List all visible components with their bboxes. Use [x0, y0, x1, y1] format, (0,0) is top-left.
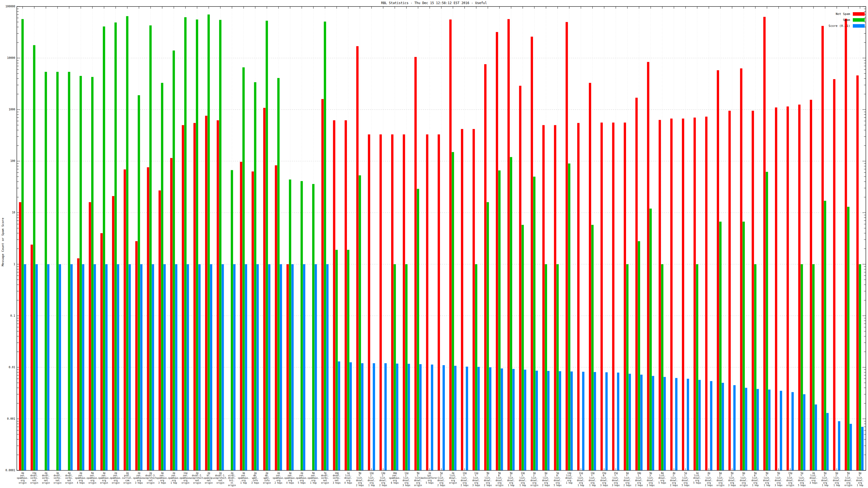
- bar-spam: [289, 180, 291, 470]
- bar-not-spam: [182, 125, 184, 470]
- bar-score-0-1-: [594, 372, 596, 470]
- bar-spam: [696, 264, 699, 470]
- bar-not-spam: [589, 83, 591, 470]
- bar-score-0-1-: [303, 264, 305, 470]
- bar-not-spam: [263, 108, 266, 470]
- bar-not-spam: [484, 64, 487, 470]
- bar-spam: [847, 207, 849, 470]
- bar-spam: [347, 250, 349, 470]
- bar-score-0-1-: [629, 374, 631, 470]
- bar-score-0-1-: [117, 264, 119, 470]
- bar-not-spam: [170, 158, 173, 470]
- bar-spam: [266, 21, 268, 470]
- bar-not-spam: [554, 125, 556, 470]
- bar-spam: [859, 264, 861, 470]
- bar-spam: [812, 264, 815, 470]
- bar-not-spam: [158, 190, 161, 470]
- bar-not-spam: [193, 123, 196, 470]
- bar-score-0-1-: [477, 367, 480, 470]
- bar-score-0-1-: [187, 264, 189, 470]
- bar-score-0-1-: [733, 385, 736, 470]
- bar-score-0-1-: [582, 372, 585, 470]
- bar-not-spam: [822, 26, 824, 470]
- plot-area: [0, 0, 868, 488]
- bar-not-spam: [449, 20, 452, 470]
- bar-spam: [231, 170, 233, 470]
- bar-score-0-1-: [570, 371, 573, 470]
- bar-score-0-1-: [268, 264, 271, 470]
- bar-not-spam: [612, 123, 615, 470]
- bar-not-spam: [565, 22, 568, 470]
- bar-spam: [161, 83, 163, 470]
- bar-score-0-1-: [489, 367, 492, 470]
- bar-not-spam: [845, 19, 847, 470]
- bar-score-0-1-: [756, 389, 759, 470]
- bar-spam: [487, 202, 489, 470]
- bar-spam: [196, 20, 198, 470]
- bar-spam: [103, 27, 105, 470]
- bar-not-spam: [379, 134, 382, 470]
- bar-score-0-1-: [175, 264, 177, 470]
- bar-score-0-1-: [431, 365, 433, 470]
- bar-score-0-1-: [384, 363, 387, 470]
- bar-not-spam: [217, 120, 219, 470]
- bar-score-0-1-: [222, 264, 224, 470]
- bar-not-spam: [333, 120, 336, 470]
- bar-score-0-1-: [699, 380, 701, 470]
- bar-not-spam: [240, 162, 243, 470]
- y-tick-label: 0.1: [0, 315, 15, 317]
- legend-item-not-spam: Not Spam: [829, 11, 865, 17]
- bar-spam: [312, 184, 315, 470]
- bar-spam: [208, 14, 210, 470]
- legend: Not Spam Spam Score (0..1): [829, 11, 865, 29]
- bar-spam: [56, 72, 59, 470]
- bar-not-spam: [740, 68, 742, 470]
- bar-score-0-1-: [210, 264, 212, 470]
- bar-not-spam: [682, 119, 684, 470]
- bar-not-spam: [100, 233, 103, 470]
- bar-not-spam: [833, 79, 835, 470]
- bar-spam: [359, 175, 361, 470]
- bar-score-0-1-: [547, 371, 550, 470]
- bar-not-spam: [205, 116, 208, 470]
- bar-score-0-1-: [606, 372, 608, 470]
- bar-not-spam: [286, 264, 289, 470]
- bar-score-0-1-: [163, 264, 166, 470]
- bar-not-spam: [251, 171, 254, 470]
- bar-spam: [115, 23, 117, 470]
- bar-score-0-1-: [722, 383, 724, 470]
- bar-spam: [824, 201, 826, 470]
- bar-not-spam: [542, 125, 545, 470]
- bar-spam: [510, 157, 513, 470]
- bar-not-spam: [717, 70, 719, 470]
- bar-spam: [336, 250, 338, 470]
- bar-spam: [138, 95, 140, 470]
- bar-score-0-1-: [559, 371, 561, 470]
- y-tick-label: 100: [0, 160, 15, 162]
- bar-spam: [556, 264, 559, 470]
- bar-not-spam: [77, 258, 80, 470]
- bar-not-spam: [705, 117, 708, 470]
- bar-score-0-1-: [47, 264, 50, 470]
- bar-not-spam: [786, 106, 789, 470]
- bar-not-spam: [391, 134, 394, 470]
- y-tick-label: 0.0001: [0, 469, 15, 472]
- bar-spam: [545, 264, 547, 470]
- bar-score-0-1-: [652, 376, 654, 470]
- bar-spam: [80, 76, 82, 470]
- legend-item-score: Score (0..1): [829, 23, 865, 29]
- x-category-label: 6@ Y. list. dnswl. org 1 hop: [849, 472, 868, 487]
- bar-score-0-1-: [129, 264, 131, 470]
- bar-score-0-1-: [70, 264, 73, 470]
- bar-score-0-1-: [745, 388, 747, 470]
- bar-score-0-1-: [326, 264, 329, 470]
- bar-score-0-1-: [35, 264, 38, 470]
- bar-not-spam: [531, 37, 533, 470]
- bar-spam: [568, 163, 570, 470]
- legend-label: Spam: [843, 18, 850, 22]
- bar-not-spam: [275, 165, 277, 470]
- bar-score-0-1-: [373, 363, 375, 470]
- bar-not-spam: [856, 75, 859, 470]
- y-tick-label: 1: [0, 263, 15, 266]
- bar-score-0-1-: [140, 264, 143, 470]
